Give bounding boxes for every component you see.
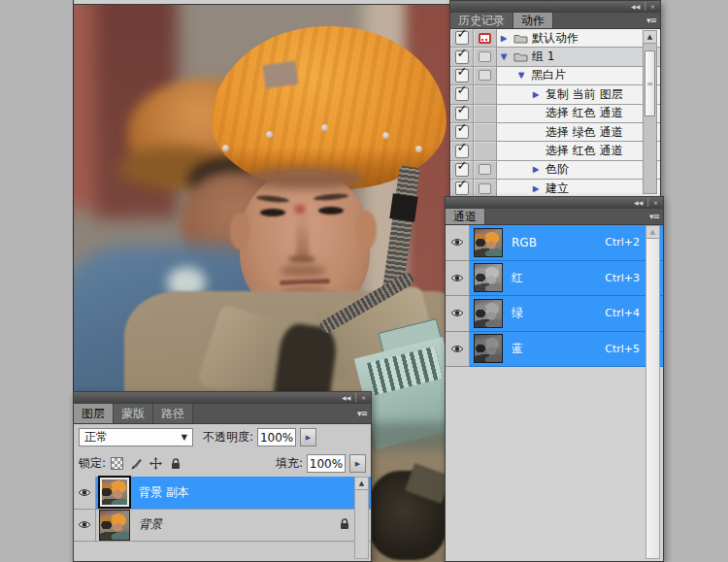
channel-row: 蓝 Ctrl+5 xyxy=(446,332,663,368)
actions-panel: ◀◀ | × 历史记录 动作 ▾≡ ✓ ▶ 默认动作 ✓ xyxy=(449,0,661,197)
channel-shortcut: Ctrl+5 xyxy=(605,343,640,355)
collapse-panel-icon[interactable]: ◀◀ xyxy=(342,395,350,401)
fill-value-field[interactable]: 100% xyxy=(307,454,346,473)
spinner-arrow-icon: ▶ xyxy=(355,460,360,468)
action-row: ✓ ▼ 组 1 xyxy=(450,48,660,66)
panel-menu-icon[interactable]: ▾≡ xyxy=(357,409,367,418)
channel-item-blue[interactable]: 蓝 Ctrl+5 xyxy=(470,332,663,368)
disclosure-right-icon[interactable]: ▶ xyxy=(533,90,542,99)
eye-icon xyxy=(450,345,464,353)
scrollbar-thumb[interactable]: ≡ xyxy=(645,50,655,116)
tab-masks[interactable]: 蒙版 xyxy=(114,404,153,423)
lock-transparency-button[interactable] xyxy=(109,455,125,472)
close-panel-icon[interactable]: × xyxy=(650,4,655,10)
action-item[interactable]: ▶ 默认动作 xyxy=(497,29,660,48)
layers-scrollbar[interactable]: ▲ xyxy=(354,477,369,559)
action-label: 默认动作 xyxy=(532,30,579,47)
header-separator: | xyxy=(646,199,649,207)
action-dialog-cell[interactable] xyxy=(474,105,497,123)
channel-item-red[interactable]: 红 Ctrl+3 xyxy=(470,261,663,297)
tab-actions[interactable]: 动作 xyxy=(513,13,553,28)
channel-visibility-toggle[interactable] xyxy=(446,225,470,261)
disclosure-right-icon[interactable]: ▶ xyxy=(533,165,542,174)
check-icon: ✓ xyxy=(457,29,468,40)
layers-empty-area xyxy=(74,542,371,561)
scroll-up-icon[interactable]: ▲ xyxy=(644,31,656,44)
panel-menu-icon[interactable]: ▾≡ xyxy=(646,16,656,25)
action-item[interactable]: ▶ 色阶 xyxy=(497,161,660,180)
device-shadow xyxy=(358,422,450,451)
tab-history[interactable]: 历史记录 xyxy=(450,13,513,28)
fill-spinner-button[interactable]: ▶ xyxy=(349,454,366,473)
action-dialog-cell[interactable] xyxy=(474,48,497,66)
channel-item-green[interactable]: 绿 Ctrl+4 xyxy=(470,296,663,332)
check-icon: ✓ xyxy=(457,141,468,153)
left-ear xyxy=(230,213,249,249)
lock-fill-row: 锁定: 填充: 100% ▶ xyxy=(74,450,371,477)
action-dialog-cell[interactable] xyxy=(474,29,497,48)
scroll-up-icon[interactable]: ▲ xyxy=(355,478,368,490)
disclosure-right-icon[interactable]: ▶ xyxy=(533,184,542,193)
actions-list: ✓ ▶ 默认动作 ✓ ▼ 组 1 ✓ xyxy=(450,29,660,196)
action-row: ✓ ▶ 选择 红色 通道 xyxy=(450,105,660,123)
tab-paths[interactable]: 路径 xyxy=(153,404,193,423)
opacity-spinner-button[interactable]: ▶ xyxy=(300,428,316,446)
lock-pixels-button[interactable] xyxy=(128,455,145,472)
action-dialog-cell[interactable] xyxy=(474,85,497,104)
channels-panel-header: ◀◀ | × xyxy=(446,197,663,209)
layer-visibility-toggle[interactable] xyxy=(74,510,96,543)
collapse-panel-icon[interactable]: ◀◀ xyxy=(631,4,640,10)
layer-item-background-copy[interactable]: 背景 副本 xyxy=(96,477,371,510)
action-row: ✓ ▶ 建立 xyxy=(450,180,660,196)
helmet-rivet xyxy=(266,131,273,138)
header-separator: | xyxy=(644,3,646,11)
check-icon: ✓ xyxy=(457,65,468,78)
channels-list: RGB Ctrl+2 红 Ctrl+3 xyxy=(446,225,663,561)
opacity-value-field[interactable]: 100% xyxy=(257,428,296,446)
action-item[interactable]: ▶ 选择 绿色 通道 xyxy=(497,123,660,142)
action-dialog-cell[interactable] xyxy=(474,161,497,180)
disclosure-right-icon[interactable]: ▶ xyxy=(501,34,510,43)
panel-menu-icon[interactable]: ▾≡ xyxy=(649,212,659,221)
lock-position-button[interactable] xyxy=(148,455,164,472)
layer-visibility-toggle[interactable] xyxy=(74,477,96,510)
channel-visibility-toggle[interactable] xyxy=(446,332,470,368)
actions-scrollbar[interactable]: ▲ ≡ xyxy=(643,30,657,194)
close-panel-icon[interactable]: × xyxy=(653,200,658,206)
disclosure-down-icon[interactable]: ▼ xyxy=(518,71,527,80)
dialog-on-icon xyxy=(479,33,491,44)
eye-icon xyxy=(78,488,91,497)
close-panel-icon[interactable]: × xyxy=(361,395,366,401)
spinner-arrow-icon: ▶ xyxy=(306,434,311,442)
action-item[interactable]: ▶ 建立 xyxy=(497,180,660,196)
action-item-selected[interactable]: ▼ 组 1 xyxy=(497,48,660,66)
channels-scrollbar[interactable]: ▲ xyxy=(645,225,660,559)
layer-label: 背景 副本 xyxy=(139,484,189,501)
layer-item-background[interactable]: 背景 xyxy=(96,510,371,543)
blend-mode-dropdown[interactable]: 正常 ▼ xyxy=(79,428,193,446)
channel-item-rgb[interactable]: RGB Ctrl+2 xyxy=(470,225,663,261)
brush-icon xyxy=(130,457,143,470)
lock-all-button[interactable] xyxy=(167,455,183,472)
tab-layers[interactable]: 图层 xyxy=(74,404,114,423)
action-item[interactable]: ▶ 选择 红色 通道 xyxy=(497,105,660,123)
channel-visibility-toggle[interactable] xyxy=(446,296,470,332)
action-label: 选择 绿色 通道 xyxy=(546,124,623,141)
tab-channels[interactable]: 通道 xyxy=(446,209,485,224)
channel-visibility-toggle[interactable] xyxy=(446,261,470,297)
disclosure-down-icon[interactable]: ▼ xyxy=(501,52,510,61)
check-icon: ✓ xyxy=(457,159,468,172)
action-item[interactable]: ▶ 选择 红色 通道 xyxy=(497,142,660,160)
action-item[interactable]: ▼ 黑白片 xyxy=(497,67,660,85)
action-dialog-cell[interactable] xyxy=(474,142,497,160)
action-dialog-cell[interactable] xyxy=(474,123,497,142)
action-dialog-cell[interactable] xyxy=(474,180,497,196)
collapse-panel-icon[interactable]: ◀◀ xyxy=(634,200,643,206)
scroll-up-icon[interactable]: ▲ xyxy=(646,226,659,239)
channel-shortcut: Ctrl+3 xyxy=(605,272,640,284)
action-item[interactable]: ▶ 复制 当前 图层 xyxy=(497,85,660,104)
blend-mode-value: 正常 xyxy=(84,429,108,446)
lock-icon xyxy=(171,458,181,470)
action-dialog-cell[interactable] xyxy=(474,67,497,85)
action-toggle-cell[interactable]: ✓ xyxy=(450,180,474,196)
